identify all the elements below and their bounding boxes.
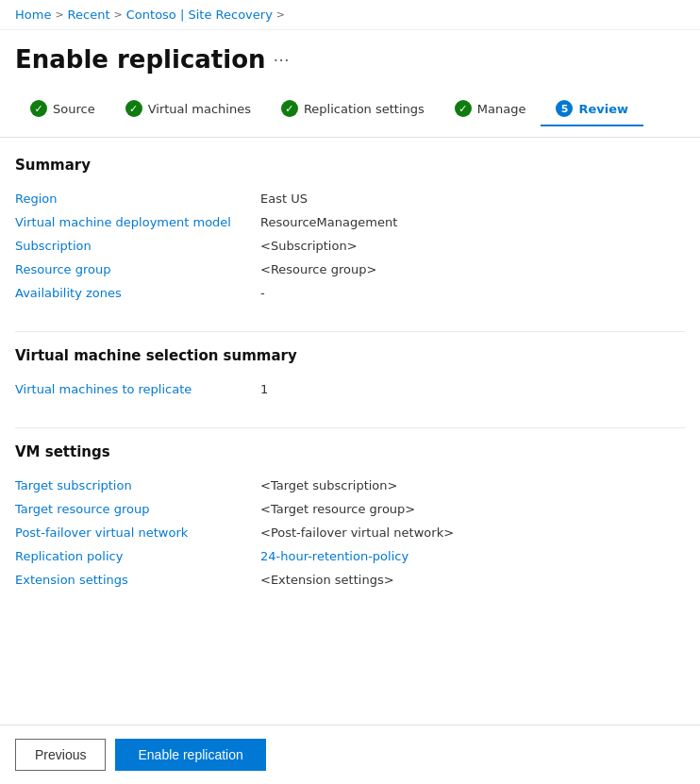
breadcrumb-sep-2: >	[114, 8, 123, 21]
summary-az-value: -	[260, 281, 685, 305]
vm-selection-table: Virtual machines to replicate 1	[15, 377, 685, 401]
vm-settings-title: VM settings	[15, 443, 685, 460]
more-options-icon[interactable]: ···	[274, 50, 290, 70]
vm-selection-section: Virtual machine selection summary Virtua…	[15, 347, 685, 401]
replication-policy-label: Replication policy	[15, 544, 260, 568]
tab-source-label: Source	[53, 102, 95, 116]
tab-vms-label: Virtual machines	[148, 102, 251, 116]
page-title: Enable replication	[15, 45, 266, 74]
summary-section: Summary Region East US Virtual machine d…	[15, 157, 685, 305]
summary-title: Summary	[15, 157, 685, 174]
wizard-tabs: ✓ Source ✓ Virtual machines ✓ Replicatio…	[0, 81, 700, 138]
post-failover-vnet-label: Post-failover virtual network	[15, 521, 260, 544]
footer: Previous Enable replication	[0, 725, 700, 784]
summary-az-label: Availability zones	[15, 281, 260, 305]
summary-deployment-value: ResourceManagement	[260, 210, 685, 234]
breadcrumb-home[interactable]: Home	[15, 8, 51, 22]
tab-virtual-machines[interactable]: ✓ Virtual machines	[110, 92, 266, 126]
target-rg-value: <Target resource group>	[260, 497, 685, 521]
enable-replication-button[interactable]: Enable replication	[115, 739, 265, 771]
page-header: Enable replication ···	[0, 30, 700, 81]
previous-button[interactable]: Previous	[15, 739, 106, 771]
tab-review-icon: 5	[556, 100, 573, 117]
breadcrumb-recent[interactable]: Recent	[68, 8, 110, 22]
breadcrumb: Home > Recent > Contoso | Site Recovery …	[0, 0, 700, 30]
vm-settings-table: Target subscription <Target subscription…	[15, 474, 685, 592]
tab-manage-icon: ✓	[455, 100, 472, 117]
tab-source[interactable]: ✓ Source	[15, 92, 110, 126]
breadcrumb-sep-3: >	[276, 8, 285, 21]
vm-count-label: Virtual machines to replicate	[15, 377, 260, 401]
tab-review-label: Review	[578, 102, 628, 116]
extension-settings-value: <Extension settings>	[260, 568, 685, 592]
divider-1	[15, 331, 685, 332]
replication-policy-value[interactable]: 24-hour-retention-policy	[260, 544, 685, 568]
target-sub-label: Target subscription	[15, 474, 260, 497]
summary-table: Region East US Virtual machine deploymen…	[15, 187, 685, 305]
tab-vms-icon: ✓	[125, 100, 142, 117]
summary-rg-label: Resource group	[15, 258, 260, 281]
divider-2	[15, 427, 685, 428]
summary-deployment-label: Virtual machine deployment model	[15, 210, 260, 234]
breadcrumb-sep-1: >	[55, 8, 63, 21]
tab-review[interactable]: 5 Review	[541, 92, 643, 126]
vm-selection-title: Virtual machine selection summary	[15, 347, 685, 364]
summary-region-label: Region	[15, 187, 260, 210]
tab-replication-label: Replication settings	[304, 102, 425, 116]
tab-replication-settings[interactable]: ✓ Replication settings	[266, 92, 440, 126]
breadcrumb-contoso[interactable]: Contoso | Site Recovery	[126, 8, 273, 22]
target-sub-value: <Target subscription>	[260, 474, 685, 497]
tab-source-icon: ✓	[30, 100, 47, 117]
vm-settings-section: VM settings Target subscription <Target …	[15, 443, 685, 592]
extension-settings-label: Extension settings	[15, 568, 260, 592]
summary-subscription-value: <Subscription>	[260, 234, 685, 258]
tab-manage[interactable]: ✓ Manage	[440, 92, 542, 126]
summary-subscription-label: Subscription	[15, 234, 260, 258]
vm-count-value: 1	[260, 377, 685, 401]
tab-manage-label: Manage	[477, 102, 526, 116]
tab-replication-icon: ✓	[281, 100, 298, 117]
target-rg-label: Target resource group	[15, 497, 260, 521]
summary-rg-value: <Resource group>	[260, 258, 685, 281]
post-failover-vnet-value: <Post-failover virtual network>	[260, 521, 685, 544]
main-content: Summary Region East US Virtual machine d…	[0, 138, 700, 637]
summary-region-value: East US	[260, 187, 685, 210]
